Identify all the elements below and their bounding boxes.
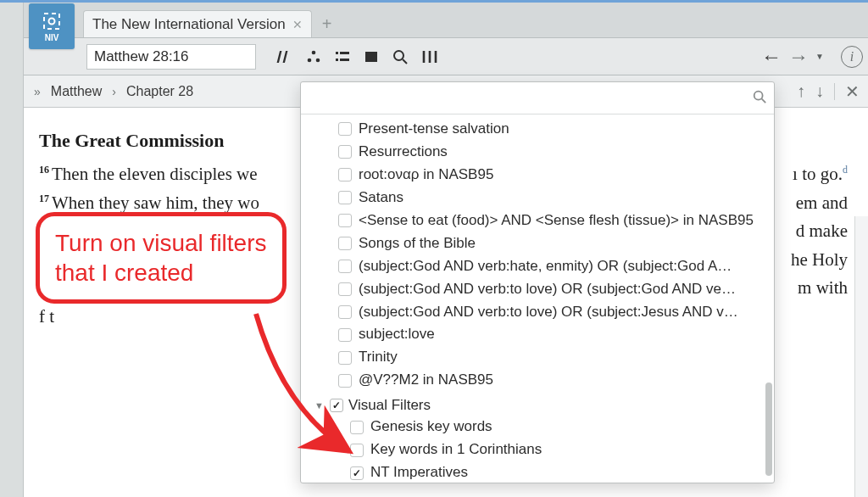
card-icon[interactable]	[363, 48, 380, 65]
filter-item-label: Resurrections	[359, 142, 448, 162]
filter-group-header[interactable]: ▼Visual Filters	[304, 392, 771, 416]
target-icon	[42, 11, 62, 31]
columns-icon[interactable]	[420, 48, 439, 65]
filter-item[interactable]: (subject:God AND verb:to love) OR (subje…	[304, 301, 771, 324]
svg-point-1	[49, 18, 55, 24]
svg-point-12	[754, 91, 763, 99]
resource-tile-abbr: NIV	[45, 33, 59, 42]
reference-input[interactable]: Matthew 28:16	[86, 44, 256, 70]
verse-17-text: When they saw him, they wo	[52, 193, 259, 213]
checkbox[interactable]	[338, 237, 352, 250]
breadcrumb-expand-icon[interactable]: »	[34, 85, 41, 98]
checkbox[interactable]	[338, 328, 352, 342]
filter-item-label: root:οναρ in NASB95	[359, 165, 493, 185]
dots-icon[interactable]	[305, 48, 322, 65]
checkbox[interactable]	[338, 145, 352, 159]
svg-rect-0	[44, 14, 59, 29]
svg-point-10	[394, 51, 403, 60]
toolbar: Matthew 28:16	[24, 38, 868, 75]
svg-rect-7	[336, 59, 338, 61]
checkbox[interactable]	[338, 214, 352, 227]
search-icon[interactable]	[752, 89, 767, 108]
filter-item[interactable]: Resurrections	[304, 141, 771, 164]
filter-item[interactable]: NT Imperatives	[304, 461, 771, 483]
checkbox[interactable]	[338, 168, 352, 181]
filter-item[interactable]: (subject:God AND verb:hate, enmity) OR (…	[304, 255, 771, 278]
filter-item-label: (subject:God AND verb:hate, enmity) OR (…	[359, 257, 732, 276]
verse-16-text: Then the eleven disciples we	[52, 164, 258, 184]
close-icon[interactable]: ✕	[292, 18, 303, 31]
filter-item-label: Genesis key words	[370, 417, 492, 437]
close-panel-button[interactable]: ✕	[845, 81, 860, 102]
list-icon[interactable]	[334, 48, 351, 65]
svg-rect-8	[340, 59, 349, 61]
filter-item-label: Satans	[359, 188, 403, 208]
filter-item-label: <Sense to eat (food)> AND <Sense flesh (…	[359, 211, 754, 231]
breadcrumb-book[interactable]: Matthew	[51, 84, 102, 99]
filter-item[interactable]: (subject:God AND verb:to love) OR (subje…	[304, 278, 771, 301]
filter-item-label: Trinity	[359, 348, 398, 367]
checkbox[interactable]	[350, 444, 364, 457]
filter-item[interactable]: Trinity	[304, 346, 771, 369]
filter-item-label: (subject:God AND verb:to love) OR (subje…	[359, 303, 738, 322]
checkbox[interactable]	[338, 282, 352, 296]
next-chapter-button[interactable]: ↓	[815, 81, 824, 101]
visual-filters-popover: Present-tense salvationResurrectionsroot…	[300, 81, 775, 483]
tab[interactable]: The New International Version ✕	[83, 10, 312, 37]
tab-title: The New International Version	[92, 16, 286, 33]
forward-button[interactable]: →	[788, 45, 809, 69]
filter-item[interactable]: Songs of the Bible	[304, 232, 771, 255]
checkbox[interactable]	[338, 122, 352, 136]
prev-chapter-button[interactable]: ↑	[797, 81, 805, 101]
filter-item[interactable]: Present-tense salvation	[304, 118, 771, 141]
filter-item[interactable]: Genesis key words	[304, 416, 771, 438]
history-dropdown[interactable]: ▼	[815, 52, 824, 61]
back-button[interactable]: ←	[761, 45, 782, 69]
checkbox[interactable]	[338, 374, 352, 388]
popover-list[interactable]: Present-tense salvationResurrectionsroot…	[301, 114, 774, 483]
breadcrumb-chapter[interactable]: Chapter 28	[126, 84, 193, 99]
filter-item-label: subject:love	[359, 325, 435, 344]
filter-item-label: (subject:God AND verb:to love) OR (subje…	[359, 280, 736, 299]
svg-rect-5	[336, 52, 338, 54]
svg-point-4	[316, 58, 320, 62]
search-icon[interactable]	[392, 48, 409, 65]
new-tab-button[interactable]: +	[312, 10, 342, 37]
disclosure-triangle-icon[interactable]: ▼	[314, 400, 325, 410]
annotation-bubble: Turn on visual filters that I created	[36, 212, 287, 304]
checkbox[interactable]	[338, 260, 352, 273]
scrollbar-thumb[interactable]	[765, 383, 772, 476]
checkbox[interactable]	[338, 191, 352, 204]
popover-search	[301, 82, 774, 114]
tab-bar: NIV The New International Version ✕ +	[24, 3, 868, 38]
svg-rect-9	[365, 52, 377, 62]
checkbox[interactable]	[338, 351, 352, 365]
filter-item[interactable]: @V??M2 in NASB95	[304, 369, 771, 392]
filter-item-label: @V??M2 in NASB95	[359, 371, 493, 390]
filter-item-label: Present-tense salvation	[359, 120, 509, 139]
toolbar-icons	[276, 48, 439, 65]
checkbox[interactable]	[350, 421, 364, 434]
nav-buttons: ← → ▼ i	[761, 45, 863, 69]
svg-point-2	[312, 50, 316, 54]
checkbox[interactable]	[330, 399, 343, 412]
scrollbar-track[interactable]	[854, 216, 868, 497]
filter-item-label: Songs of the Bible	[359, 234, 476, 254]
chevron-right-icon: ›	[112, 85, 116, 98]
checkbox[interactable]	[350, 466, 364, 480]
popover-search-input[interactable]	[308, 91, 752, 106]
left-rail	[0, 3, 24, 497]
checkbox[interactable]	[338, 305, 352, 319]
resource-tile[interactable]: NIV	[29, 3, 75, 49]
parallel-icon[interactable]	[276, 48, 293, 65]
filter-item[interactable]: root:οναρ in NASB95	[304, 164, 771, 187]
filter-item[interactable]: Key words in 1 Corinthians	[304, 438, 771, 461]
filter-item[interactable]: subject:love	[304, 323, 771, 346]
info-button[interactable]: i	[841, 46, 863, 68]
filter-item[interactable]: Satans	[304, 187, 771, 209]
filter-item-label: Key words in 1 Corinthians	[370, 440, 542, 460]
filter-item[interactable]: <Sense to eat (food)> AND <Sense flesh (…	[304, 209, 771, 232]
footnote-ref-d[interactable]: d	[843, 164, 848, 176]
annotation-text: Turn on visual filters that I created	[55, 230, 267, 286]
svg-line-11	[403, 59, 407, 64]
